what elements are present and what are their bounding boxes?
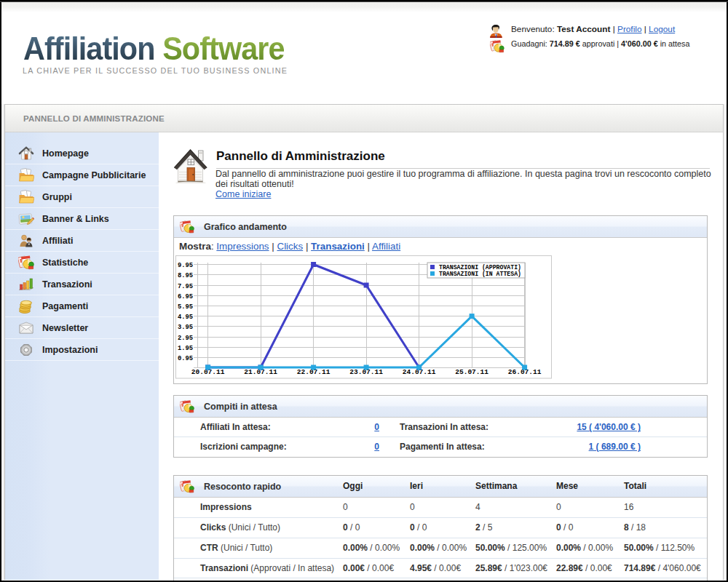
svg-text:3.95: 3.95 xyxy=(178,324,193,331)
svg-text:TRANSAZIONI (APPROVATI): TRANSAZIONI (APPROVATI) xyxy=(439,264,521,271)
svg-text:25.07.11: 25.07.11 xyxy=(455,368,488,376)
svg-text:6.95: 6.95 xyxy=(178,293,193,300)
svg-text:TRANSAZIONI (IN ATTESA): TRANSAZIONI (IN ATTESA) xyxy=(439,271,521,277)
svg-text:7.95: 7.95 xyxy=(178,283,193,290)
svg-text:9.95: 9.95 xyxy=(178,262,193,269)
svg-text:1.95: 1.95 xyxy=(178,345,193,352)
svg-text:0.95: 0.95 xyxy=(178,355,193,362)
svg-text:4.95: 4.95 xyxy=(178,314,193,321)
svg-text:8.95: 8.95 xyxy=(178,272,193,279)
svg-text:5.95: 5.95 xyxy=(178,303,193,311)
svg-text:2.95: 2.95 xyxy=(178,335,193,342)
